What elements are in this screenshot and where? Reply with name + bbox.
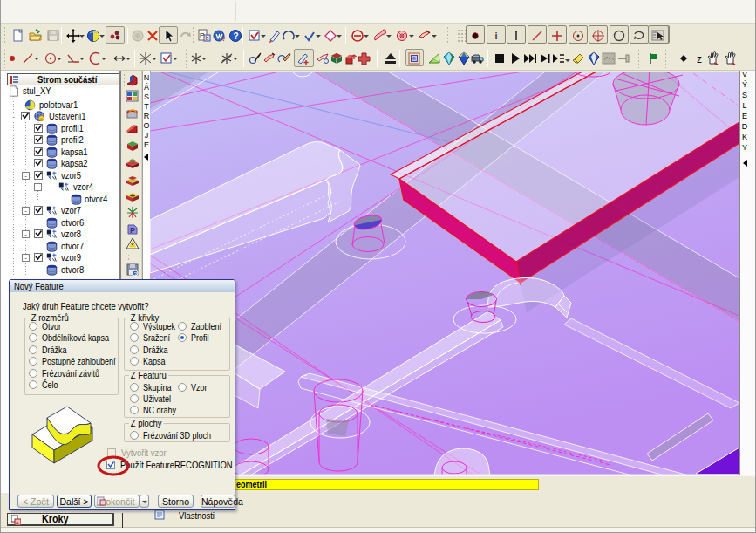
svg-text:z: z [697, 53, 702, 65]
svg-text:i: i [494, 31, 497, 41]
svg-text:?: ? [234, 31, 239, 41]
svg-text:P: P [130, 226, 135, 235]
svg-text:?: ? [221, 35, 226, 43]
svg-text:b: b [206, 35, 209, 41]
